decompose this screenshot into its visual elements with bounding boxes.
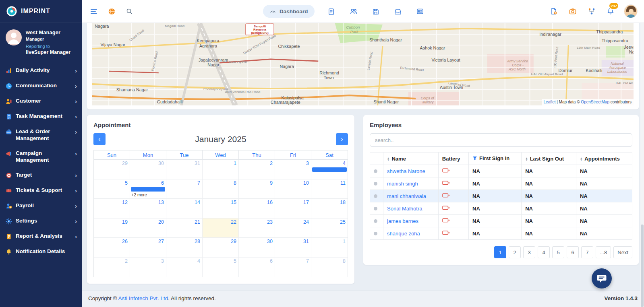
calendar-cell[interactable]: 29 bbox=[94, 160, 130, 179]
calendar-cell[interactable]: 30 bbox=[239, 238, 275, 258]
next-page-button[interactable]: Next bbox=[613, 246, 632, 258]
sidebar-item-campaign-management[interactable]: Campaign Management› bbox=[0, 146, 82, 168]
sidebar-item-settings[interactable]: Settings› bbox=[0, 214, 82, 229]
column-header-last-sign-out[interactable]: ▲▼Last Sign Out bbox=[522, 152, 576, 165]
employee-name-link[interactable]: james barnes bbox=[387, 218, 418, 224]
calendar-cell[interactable]: 10 bbox=[275, 179, 311, 199]
calendar-cell[interactable]: 29 bbox=[203, 238, 239, 258]
map-canvas[interactable]: SangolliRayanna(Bengaluru) NagaraVijaya … bbox=[92, 23, 634, 105]
sidebar-item-payroll[interactable]: Payroll› bbox=[0, 198, 82, 214]
calendar-cell[interactable]: 31 bbox=[275, 238, 311, 258]
page-button-6[interactable]: 6 bbox=[567, 246, 579, 258]
calendar-cell[interactable]: 18 bbox=[311, 199, 348, 218]
calendar-cell[interactable]: 24 bbox=[275, 218, 311, 238]
employee-name-link[interactable]: manish singh bbox=[387, 181, 418, 187]
sidebar-item-notification-details[interactable]: Notification Details bbox=[0, 244, 82, 259]
page-button-5[interactable]: 5 bbox=[552, 246, 564, 258]
event-bar[interactable] bbox=[131, 187, 165, 192]
openstreetmap-link[interactable]: OpenStreetMap bbox=[581, 100, 609, 104]
calendar-cell[interactable]: 2 bbox=[94, 258, 130, 277]
sidebar-item-daily-activity[interactable]: Daily Activity› bbox=[0, 63, 82, 78]
employee-name-link[interactable]: shwetha Narone bbox=[387, 168, 425, 174]
search-icon[interactable] bbox=[124, 6, 135, 17]
calendar-cell[interactable]: 7 bbox=[275, 258, 311, 277]
page-button-2[interactable]: 2 bbox=[509, 246, 521, 258]
map[interactable]: SangolliRayanna(Bengaluru) NagaraVijaya … bbox=[92, 23, 634, 105]
column-header-first-sign-in[interactable]: First Sign in bbox=[469, 152, 522, 165]
employee-name-link[interactable]: mani chhaniwala bbox=[387, 193, 426, 199]
menu-toggle-icon[interactable] bbox=[88, 6, 99, 17]
camera-icon[interactable] bbox=[567, 6, 578, 17]
calendar-cell[interactable]: 19 bbox=[94, 218, 130, 238]
calendar-cell[interactable]: 8 bbox=[203, 179, 239, 199]
page-button-1[interactable]: 1 bbox=[494, 246, 506, 258]
save-icon[interactable] bbox=[370, 6, 381, 17]
profile-avatar[interactable] bbox=[624, 4, 638, 18]
calendar-cell[interactable]: 17 bbox=[275, 199, 311, 218]
calendar-cell[interactable]: 31 bbox=[166, 160, 203, 179]
export-document-icon[interactable] bbox=[548, 6, 559, 17]
sidebar-item-lead-order-management[interactable]: Lead & Order Management› bbox=[0, 124, 82, 146]
page-button-7[interactable]: 7 bbox=[581, 246, 593, 258]
calendar-cell[interactable]: 30 bbox=[130, 160, 166, 179]
chat-fab-button[interactable] bbox=[592, 268, 612, 288]
calendar-cell[interactable]: 4 bbox=[166, 258, 203, 277]
calendar-cell[interactable]: 6+2 more bbox=[130, 179, 166, 199]
calendar-cell[interactable]: 1 bbox=[311, 238, 348, 258]
sidebar-item-communication[interactable]: Communication› bbox=[0, 78, 82, 94]
calendar-cell[interactable]: 7 bbox=[166, 179, 203, 199]
employee-name-link[interactable]: Sonal Malhotra bbox=[387, 206, 422, 212]
scrollbar-thumb[interactable] bbox=[641, 225, 644, 307]
sidebar-item-tickets-support[interactable]: Tickets & Support› bbox=[0, 183, 82, 198]
calendar-cell[interactable]: 20 bbox=[130, 218, 166, 238]
id-card-icon[interactable] bbox=[414, 6, 426, 17]
event-bar[interactable] bbox=[312, 167, 347, 172]
calendar-cell[interactable]: 23 bbox=[239, 218, 275, 238]
calendar-cell[interactable]: 5 bbox=[203, 258, 239, 277]
page-button-3[interactable]: 3 bbox=[523, 246, 535, 258]
calendar-cell[interactable]: 13 bbox=[130, 199, 166, 218]
sidebar-item-customer[interactable]: Customer› bbox=[0, 94, 82, 109]
calendar-cell[interactable]: 25 bbox=[311, 218, 348, 238]
calendar-cell[interactable]: 9 bbox=[239, 179, 275, 199]
calendar-cell[interactable]: 3 bbox=[275, 160, 311, 179]
calendar-cell[interactable]: 28 bbox=[166, 238, 203, 258]
sidebar-item-report-analysis[interactable]: Report & Analysis› bbox=[0, 229, 82, 244]
calendar-cell[interactable]: 15 bbox=[203, 199, 239, 218]
tasks-icon[interactable] bbox=[326, 6, 337, 17]
workflow-icon[interactable] bbox=[586, 6, 597, 17]
inbox-icon[interactable] bbox=[392, 6, 404, 17]
calendar-cell[interactable]: 3 bbox=[130, 258, 166, 277]
calendar-prev-button[interactable]: ‹ bbox=[93, 133, 106, 145]
notifications-bell-icon[interactable]: 237 bbox=[605, 6, 616, 17]
globe-icon[interactable] bbox=[106, 6, 117, 17]
calendar-cell[interactable]: 6 bbox=[239, 258, 275, 277]
calendar-cell[interactable]: 12 bbox=[94, 199, 130, 218]
calendar-cell[interactable]: 4 bbox=[311, 160, 348, 179]
calendar-cell[interactable]: 21 bbox=[166, 218, 203, 238]
calendar-cell[interactable]: 26 bbox=[94, 238, 130, 258]
page-button-ellipsis-8[interactable]: ...8 bbox=[596, 246, 611, 258]
sidebar-item-task-management[interactable]: Task Management› bbox=[0, 109, 82, 124]
calendar-cell[interactable]: 11 bbox=[311, 179, 348, 199]
company-link[interactable]: Asti Infotech Pvt. Ltd bbox=[118, 295, 168, 301]
calendar-cell[interactable]: 8 bbox=[311, 258, 348, 277]
column-header-name[interactable]: ▲▼Name bbox=[383, 152, 439, 165]
filter-icon[interactable] bbox=[472, 156, 477, 162]
employee-name-link[interactable]: sharique zoha bbox=[387, 231, 420, 237]
page-button-4[interactable]: 4 bbox=[538, 246, 550, 258]
calendar-cell[interactable]: 14 bbox=[166, 199, 203, 218]
users-icon[interactable] bbox=[348, 6, 359, 17]
calendar-cell-today[interactable]: 22 bbox=[203, 218, 239, 238]
calendar-cell[interactable]: 27 bbox=[130, 238, 166, 258]
user-avatar[interactable] bbox=[6, 29, 22, 55]
calendar-cell[interactable]: 2 bbox=[239, 160, 275, 179]
column-header-appointments[interactable]: ▲▼Appointments bbox=[576, 152, 632, 165]
calendar-cell[interactable]: 16 bbox=[239, 199, 275, 218]
calendar-cell[interactable]: 5 bbox=[94, 179, 130, 199]
more-events-link[interactable]: +2 more bbox=[131, 192, 147, 197]
leaflet-link[interactable]: Leaflet bbox=[544, 100, 556, 104]
dashboard-tab[interactable]: Dashboard bbox=[263, 5, 315, 18]
sidebar-item-target[interactable]: Target› bbox=[0, 168, 82, 183]
calendar-cell[interactable]: 1 bbox=[203, 160, 239, 179]
